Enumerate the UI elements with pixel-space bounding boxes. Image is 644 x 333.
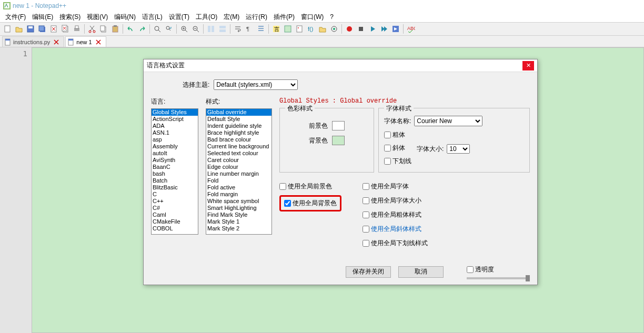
- list-item[interactable]: Caret colour: [206, 157, 271, 164]
- sync-v-icon[interactable]: [206, 24, 216, 34]
- document-tab[interactable]: instructions.py: [2, 36, 64, 47]
- list-item[interactable]: Fold: [206, 177, 271, 184]
- transparency-slider[interactable]: [467, 277, 530, 279]
- theme-select[interactable]: Default (stylers.xml): [214, 79, 298, 90]
- menu-setting[interactable]: 设置(T): [166, 12, 193, 23]
- open-file-icon[interactable]: [14, 24, 24, 34]
- underline-checkbox[interactable]: 下划线: [384, 157, 411, 166]
- foreground-color-swatch[interactable]: [332, 121, 345, 130]
- global-underline-checkbox[interactable]: 使用全局下划线样式: [363, 239, 428, 248]
- list-item[interactable]: Smart HighLighting: [206, 205, 271, 211]
- list-item[interactable]: autoIt: [152, 150, 198, 157]
- list-item[interactable]: Global Styles: [152, 109, 198, 116]
- list-item[interactable]: CMakeFile: [152, 218, 198, 225]
- sync-h-icon[interactable]: [217, 24, 228, 34]
- list-item[interactable]: BaanC: [152, 164, 198, 170]
- undo-icon[interactable]: [125, 24, 136, 34]
- find-icon[interactable]: [152, 24, 163, 34]
- play-multi-icon[interactable]: [379, 24, 389, 34]
- menu-language[interactable]: 语言(L): [139, 12, 166, 23]
- list-item[interactable]: C#: [152, 205, 198, 211]
- print-icon[interactable]: [72, 24, 82, 34]
- italic-checkbox[interactable]: 斜体: [384, 144, 411, 153]
- dialog-title-bar[interactable]: 语言格式设置 ✕: [144, 59, 537, 72]
- global-background-checkbox[interactable]: 使用全局背景色: [284, 199, 337, 208]
- stop-macro-icon[interactable]: [356, 24, 366, 34]
- wrap-icon[interactable]: [233, 24, 243, 34]
- list-item[interactable]: Selected text colour: [206, 150, 271, 157]
- list-item[interactable]: Current line background: [206, 143, 271, 150]
- list-item[interactable]: C++: [152, 198, 198, 205]
- doc-list-icon[interactable]: [294, 24, 305, 34]
- lang-icon[interactable]: 言: [271, 24, 281, 34]
- menu-tool[interactable]: 工具(O): [193, 12, 220, 23]
- doc-map-icon[interactable]: [283, 24, 293, 34]
- list-item[interactable]: asp: [152, 136, 198, 143]
- list-item[interactable]: Mark Style 2: [206, 225, 271, 232]
- list-item[interactable]: AviSynth: [152, 157, 198, 164]
- list-item[interactable]: Bad brace colour: [206, 136, 271, 143]
- play-macro-icon[interactable]: [367, 24, 378, 34]
- list-item[interactable]: Global override: [206, 109, 271, 116]
- close-dialog-button[interactable]: ✕: [522, 61, 534, 70]
- list-item[interactable]: White space symbol: [206, 198, 271, 205]
- func-list-icon[interactable]: f(): [306, 24, 316, 34]
- menu-macro[interactable]: 宏(M): [220, 12, 243, 23]
- list-item[interactable]: COBOL: [152, 225, 198, 232]
- copy-icon[interactable]: [98, 24, 109, 34]
- menu-plugin[interactable]: 插件(P): [270, 12, 298, 23]
- folder-view-icon[interactable]: [317, 24, 328, 34]
- list-item[interactable]: Fold active: [206, 184, 271, 191]
- cancel-button[interactable]: 取消: [398, 266, 444, 278]
- replace-icon[interactable]: [164, 24, 174, 34]
- new-file-icon[interactable]: [2, 24, 13, 34]
- transparency-checkbox[interactable]: 透明度: [467, 265, 494, 274]
- close-tab-icon[interactable]: [53, 39, 59, 45]
- list-item[interactable]: Find Mark Style: [206, 211, 271, 218]
- menu-file[interactable]: 文件(F): [2, 12, 29, 23]
- monitor-icon[interactable]: [329, 24, 339, 34]
- zoom-out-icon[interactable]: [190, 24, 201, 34]
- menu-run[interactable]: 运行(R): [243, 12, 270, 23]
- indent-guide-icon[interactable]: [256, 24, 266, 34]
- menu-search[interactable]: 搜索(S): [56, 12, 84, 23]
- list-item[interactable]: Assembly: [152, 143, 198, 150]
- save-close-button[interactable]: 保存并关闭: [346, 266, 391, 278]
- list-item[interactable]: Indent guideline style: [206, 123, 271, 129]
- list-item[interactable]: Batch: [152, 177, 198, 184]
- close-file-icon[interactable]: [48, 24, 59, 34]
- list-item[interactable]: Default Style: [206, 116, 271, 123]
- language-listbox[interactable]: Global StylesActionScriptADAASN.1aspAsse…: [151, 108, 198, 235]
- background-color-swatch[interactable]: [332, 136, 345, 145]
- menu-encoding[interactable]: 编码(N): [111, 12, 139, 23]
- save-all-icon[interactable]: [37, 24, 47, 34]
- show-all-chars-icon[interactable]: ¶: [244, 24, 255, 34]
- close-all-icon[interactable]: [60, 24, 71, 34]
- list-item[interactable]: Line number margin: [206, 170, 271, 177]
- list-item[interactable]: Edge colour: [206, 164, 271, 170]
- redo-icon[interactable]: [137, 24, 147, 34]
- list-item[interactable]: BlitzBasic: [152, 184, 198, 191]
- zoom-in-icon[interactable]: [179, 24, 189, 34]
- save-macro-icon[interactable]: [390, 24, 401, 34]
- save-icon[interactable]: [25, 24, 36, 34]
- list-item[interactable]: ASN.1: [152, 129, 198, 136]
- global-bold-checkbox[interactable]: 使用全局粗体样式: [363, 210, 428, 219]
- list-item[interactable]: Caml: [152, 211, 198, 218]
- menu-window[interactable]: 窗口(W): [298, 12, 327, 23]
- list-item[interactable]: Mark Style 1: [206, 218, 271, 225]
- menu-edit[interactable]: 编辑(E): [29, 12, 56, 23]
- global-size-checkbox[interactable]: 使用全局字体大小: [363, 196, 428, 205]
- menu-help[interactable]: ?: [327, 12, 337, 22]
- global-font-checkbox[interactable]: 使用全局字体: [363, 182, 428, 191]
- style-listbox[interactable]: Global overrideDefault StyleIndent guide…: [206, 108, 272, 235]
- list-item[interactable]: ADA: [152, 123, 198, 129]
- spellcheck-icon[interactable]: ABC: [406, 24, 416, 34]
- menu-view[interactable]: 视图(V): [84, 12, 111, 23]
- font-size-select[interactable]: 10: [447, 144, 470, 154]
- global-italic-checkbox[interactable]: 使用全局斜体样式: [363, 225, 428, 234]
- record-macro-icon[interactable]: [344, 24, 355, 34]
- list-item[interactable]: Brace highlight style: [206, 129, 271, 136]
- global-foreground-checkbox[interactable]: 使用全局前景色: [279, 182, 341, 191]
- close-tab-icon[interactable]: [95, 39, 102, 45]
